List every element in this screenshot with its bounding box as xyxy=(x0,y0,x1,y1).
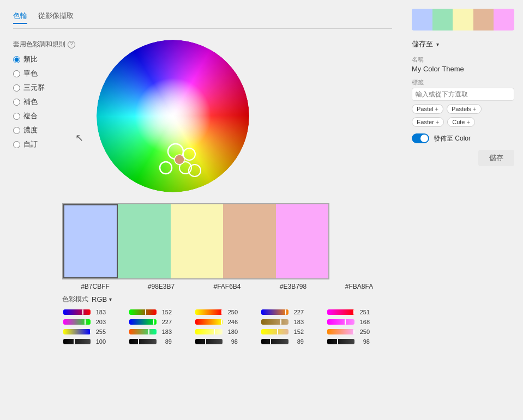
save-to-row[interactable]: 儲存至 ▾ xyxy=(412,39,514,49)
channel-item-0-0[interactable]: 183 xyxy=(62,308,128,316)
name-value[interactable]: My Color Theme xyxy=(412,65,514,73)
tag-pastel[interactable]: Pastel+ xyxy=(412,104,443,114)
radio-shades[interactable]: 濃度 xyxy=(13,125,75,135)
channel-slider-2-2[interactable] xyxy=(195,329,223,334)
channel-slider-1-1[interactable] xyxy=(129,319,157,325)
swatch-3[interactable] xyxy=(171,204,223,278)
radio-monochromatic[interactable]: 單色 xyxy=(13,69,75,78)
palette-preview-swatch-3 xyxy=(453,9,473,31)
palette-preview xyxy=(412,9,514,31)
swatches-container xyxy=(62,203,329,279)
palette-preview-swatch-5 xyxy=(494,9,514,31)
channel-item-1-4[interactable]: 168 xyxy=(326,318,392,326)
tags-input[interactable] xyxy=(412,88,514,101)
channel-slider-3-4[interactable] xyxy=(327,339,354,344)
channel-slider-0-3[interactable] xyxy=(261,309,288,315)
channel-slider-0-0[interactable] xyxy=(63,309,91,315)
tag-easter[interactable]: Easter+ xyxy=(412,117,444,127)
channel-slider-0-2[interactable] xyxy=(195,309,223,315)
tabs-bar: 色輪 從影像擷取 xyxy=(13,11,392,29)
channel-value-3-1: 89 xyxy=(159,338,172,345)
info-icon[interactable]: ? xyxy=(68,41,75,48)
channel-item-3-0[interactable]: 100 xyxy=(62,338,128,345)
channel-slider-3-3[interactable] xyxy=(261,339,288,344)
channel-item-2-0[interactable]: 255 xyxy=(62,328,128,336)
channel-item-3-3[interactable]: 89 xyxy=(260,338,326,345)
channel-item-2-3[interactable]: 152 xyxy=(260,328,326,336)
tags-field-group: 標籤 Pastel+Pastels+Easter+Cute+ xyxy=(412,78,514,127)
publish-toggle[interactable] xyxy=(412,133,429,143)
channel-item-0-1[interactable]: 152 xyxy=(128,308,194,316)
channel-item-2-1[interactable]: 183 xyxy=(128,328,194,336)
channel-item-2-4[interactable]: 250 xyxy=(326,328,392,336)
channel-item-3-2[interactable]: 98 xyxy=(194,338,260,345)
harmony-label: 套用色彩調和規則 ? xyxy=(13,40,75,49)
palette-preview-swatch-2 xyxy=(432,9,453,31)
channel-value-2-0: 255 xyxy=(93,328,106,335)
channel-row-3: 10089988998 xyxy=(62,338,392,345)
tag-plus-icon: + xyxy=(436,119,439,125)
channel-item-1-3[interactable]: 183 xyxy=(260,318,326,326)
save-button[interactable]: 儲存 xyxy=(478,150,514,166)
channel-item-0-2[interactable]: 250 xyxy=(194,308,260,316)
tag-pastels[interactable]: Pastels+ xyxy=(447,104,482,114)
channel-value-3-0: 100 xyxy=(93,338,106,345)
channel-slider-0-4[interactable] xyxy=(327,309,354,315)
hex-code-1: #B7CBFF xyxy=(62,283,128,290)
save-to-label: 儲存至 xyxy=(412,39,433,49)
hex-code-3: #FAF6B4 xyxy=(194,283,260,290)
tag-cute[interactable]: Cute+ xyxy=(447,117,475,127)
channel-value-2-4: 250 xyxy=(357,328,370,335)
channel-value-1-4: 168 xyxy=(357,319,370,325)
tab-image-extract[interactable]: 從影像擷取 xyxy=(38,11,74,24)
channel-value-0-3: 227 xyxy=(291,309,304,315)
channel-value-3-3: 89 xyxy=(291,338,304,345)
radio-analogous[interactable]: 類比 xyxy=(13,54,75,64)
swatch-5[interactable] xyxy=(276,204,328,278)
channel-slider-1-4[interactable] xyxy=(327,319,354,325)
swatch-4[interactable] xyxy=(223,204,275,278)
toggle-row: 發佈至 Color xyxy=(412,133,514,143)
channel-slider-0-1[interactable] xyxy=(129,309,157,315)
radio-complementary[interactable]: 補色 xyxy=(13,97,75,107)
channel-item-1-2[interactable]: 246 xyxy=(194,318,260,326)
swatch-1[interactable] xyxy=(63,204,118,278)
palette-preview-swatch-4 xyxy=(473,9,494,31)
channel-slider-1-2[interactable] xyxy=(195,319,223,325)
channel-value-0-0: 183 xyxy=(93,309,106,315)
channel-item-1-0[interactable]: 203 xyxy=(62,318,128,326)
tags-row: Pastel+Pastels+Easter+Cute+ xyxy=(412,104,514,127)
channel-value-0-1: 152 xyxy=(159,309,172,315)
channel-item-1-1[interactable]: 227 xyxy=(128,318,194,326)
channel-item-3-4[interactable]: 98 xyxy=(326,338,392,345)
channel-slider-2-4[interactable] xyxy=(327,329,354,334)
channel-item-0-3[interactable]: 227 xyxy=(260,308,326,316)
hex-codes-row: #B7CBFF#98E3B7#FAF6B4#E3B798#FBA8FA xyxy=(62,283,392,290)
channel-slider-3-2[interactable] xyxy=(195,339,223,344)
palette-preview-swatch-1 xyxy=(412,9,432,31)
swatch-2[interactable] xyxy=(118,204,170,278)
hex-code-4: #E3B798 xyxy=(260,283,326,290)
channel-slider-2-3[interactable] xyxy=(261,329,288,334)
color-wheel[interactable] xyxy=(97,40,249,192)
channel-slider-3-1[interactable] xyxy=(129,339,157,344)
channel-slider-1-3[interactable] xyxy=(261,319,288,325)
channel-item-0-4[interactable]: 251 xyxy=(326,308,392,316)
radio-compound[interactable]: 複合 xyxy=(13,111,75,121)
channel-item-3-1[interactable]: 89 xyxy=(128,338,194,345)
radio-custom[interactable]: 自訂 xyxy=(13,139,75,149)
channel-row-2: 255183180152250 xyxy=(62,328,392,336)
color-handle-active[interactable] xyxy=(175,155,184,165)
channel-item-2-2[interactable]: 180 xyxy=(194,328,260,336)
channel-slider-1-0[interactable] xyxy=(63,319,91,325)
tags-label: 標籤 xyxy=(412,78,514,87)
tab-color-wheel[interactable]: 色輪 xyxy=(13,11,27,24)
radio-triadic[interactable]: 三元群 xyxy=(13,83,75,93)
tag-plus-icon: + xyxy=(466,119,470,125)
channel-slider-2-0[interactable] xyxy=(63,329,91,334)
tag-plus-icon: + xyxy=(473,106,476,112)
color-mode-select[interactable]: RGB ▾ xyxy=(92,295,112,303)
channel-slider-3-0[interactable] xyxy=(63,339,91,344)
hex-code-2: #98E3B7 xyxy=(128,283,194,290)
channel-slider-2-1[interactable] xyxy=(129,329,157,334)
